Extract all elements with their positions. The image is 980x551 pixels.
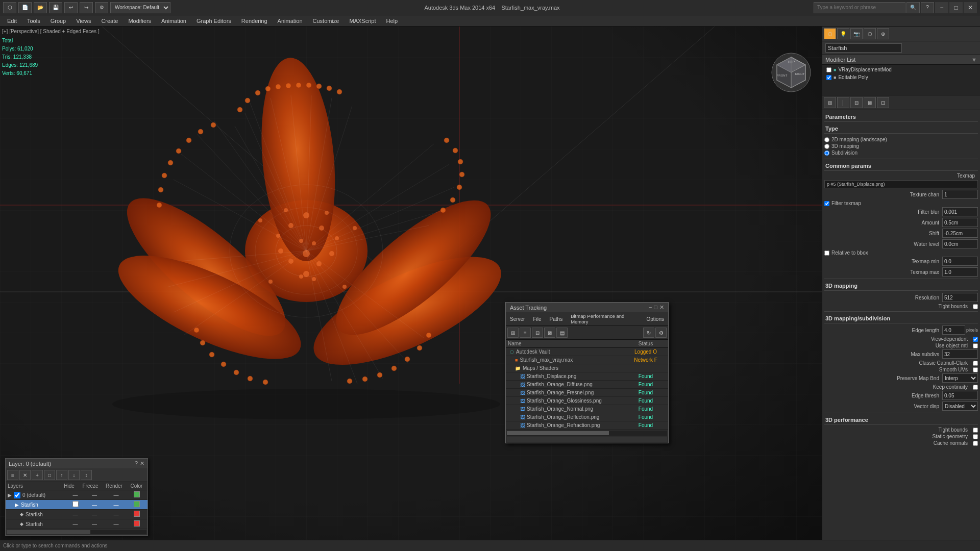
max-subdivs-input[interactable]: [942, 349, 978, 359]
list-item[interactable]: 🖼 Starfish_Orange_Refraction.png Found: [506, 421, 668, 430]
list-item[interactable]: 🖼 Starfish_Orange_Fresnel.png Found: [506, 389, 668, 397]
list-item[interactable]: 🖼 Starfish_Orange_Normal.png Found: [506, 405, 668, 413]
menu-create[interactable]: Create: [96, 17, 123, 25]
rp-icon-1[interactable]: 💡: [837, 28, 849, 39]
list-item[interactable]: 🖼 Starfish_Displace.png Found: [506, 372, 668, 381]
search-input[interactable]: [814, 2, 905, 13]
rp-tool-0[interactable]: ⊞: [824, 97, 836, 108]
menu-group[interactable]: Group: [45, 17, 71, 25]
mod-check[interactable]: [826, 67, 831, 72]
at-tool-4[interactable]: ▤: [556, 328, 568, 338]
lm-scrollbar[interactable]: [7, 530, 146, 534]
tight-bounds-check[interactable]: [973, 304, 978, 309]
filter-blur-input[interactable]: [942, 207, 978, 216]
filter-texmap-check[interactable]: [824, 201, 829, 206]
preserve-map-bnd-select[interactable]: Interp None: [942, 373, 978, 383]
list-item[interactable]: ■ Starfish_max_vray.max Network F: [506, 356, 668, 364]
list-item[interactable]: 📁 Maps / Shaders: [506, 364, 668, 372]
lm-hide-check[interactable]: [72, 501, 79, 507]
vector-disp-select[interactable]: Disabled Object space Tangent space: [942, 402, 978, 411]
edge-thresh-input[interactable]: [942, 391, 978, 400]
lm-close-icon[interactable]: ✕: [140, 460, 144, 467]
minimize-button[interactable]: −: [935, 2, 948, 13]
texmap-min-input[interactable]: [942, 257, 978, 266]
at-menu-server[interactable]: Server: [506, 315, 529, 323]
keep-continuity-check[interactable]: [973, 385, 978, 390]
texmap-max-input[interactable]: [942, 267, 978, 277]
close-button[interactable]: ✕: [964, 2, 977, 13]
at-scrollbar-horizontal[interactable]: [507, 431, 667, 436]
help-button[interactable]: ?: [921, 2, 934, 13]
at-menu-options[interactable]: Options: [643, 315, 668, 323]
rp-tool-2[interactable]: ⊟: [850, 97, 863, 108]
menu-customize[interactable]: Customize: [308, 17, 345, 25]
cache-normals-check[interactable]: [973, 441, 978, 446]
at-close-btn[interactable]: ✕: [659, 304, 664, 311]
menu-rendering[interactable]: Rendering: [236, 17, 273, 25]
new-button[interactable]: 📄: [18, 2, 32, 13]
list-item[interactable]: 🖼 Starfish_Orange_Diffuse.png Found: [506, 381, 668, 389]
list-item[interactable]: 🖼 Starfish_Orange_Glossiness.png Found: [506, 397, 668, 405]
menu-edit[interactable]: Edit: [2, 17, 22, 25]
at-menu-paths[interactable]: Paths: [546, 315, 567, 323]
relative-bbox-check[interactable]: [824, 251, 829, 256]
at-restore-btn[interactable]: □: [654, 304, 657, 311]
redo-button[interactable]: ↪: [80, 2, 93, 13]
shift-input[interactable]: [942, 229, 978, 238]
type-subdiv-radio[interactable]: [824, 151, 829, 156]
menu-tools[interactable]: Tools: [22, 17, 45, 25]
lm-tool-6[interactable]: ↕: [81, 470, 92, 480]
rp-icon-3[interactable]: ⬡: [864, 28, 876, 39]
classic-catmull-check[interactable]: [973, 361, 978, 366]
menu-views[interactable]: Views: [71, 17, 96, 25]
edge-length-input[interactable]: [942, 325, 965, 335]
modifier-item[interactable]: ■ Editable Poly: [823, 73, 979, 81]
at-scrollbar-thumb[interactable]: [507, 431, 609, 435]
menu-maxscript[interactable]: MAXScript: [345, 17, 381, 25]
water-level-input[interactable]: [942, 239, 978, 248]
object-name-input[interactable]: [825, 43, 902, 53]
workspace-dropdown[interactable]: Workspace: DefaultWorkspace: Default: [110, 2, 170, 13]
viewport[interactable]: [+] [Perspective] [ Shaded + Edged Faces…: [0, 27, 822, 551]
at-menu-bitmap[interactable]: Bitmap Performance and Memory: [567, 312, 642, 325]
navigation-cube[interactable]: TOP RIGHT FRONT: [771, 52, 812, 93]
open-button[interactable]: 📂: [34, 2, 47, 13]
at-tool-3[interactable]: ⊠: [544, 328, 555, 338]
static-geometry-check[interactable]: [973, 434, 978, 439]
rp-icon-4[interactable]: ⊕: [877, 28, 889, 39]
at-tool-settings[interactable]: ⚙: [655, 328, 667, 338]
table-row[interactable]: ▶ 0 (default) — — —: [6, 490, 148, 500]
view-dependent-check[interactable]: [973, 337, 978, 342]
lm-row-check[interactable]: [14, 492, 20, 498]
mod-check[interactable]: [826, 75, 831, 80]
rp-tool-4[interactable]: ⊡: [877, 97, 889, 108]
save-button[interactable]: 💾: [49, 2, 62, 13]
smooth-uvs-check[interactable]: [973, 367, 978, 372]
resolution-input[interactable]: [942, 293, 978, 302]
menu-graph-editors[interactable]: Graph Editors: [191, 17, 236, 25]
at-tool-0[interactable]: ⊞: [507, 328, 519, 338]
lm-tool-2[interactable]: +: [32, 470, 43, 480]
at-tool-refresh[interactable]: ↻: [643, 328, 654, 338]
amount-input[interactable]: [942, 218, 978, 227]
at-tool-2[interactable]: ⊟: [532, 328, 543, 338]
table-row[interactable]: ◆ Starfish — — —: [6, 519, 148, 529]
tight-bounds2-check[interactable]: [973, 428, 978, 433]
lm-tool-0[interactable]: ≡: [7, 470, 18, 480]
undo-button[interactable]: ↩: [64, 2, 78, 13]
texture-chan-input[interactable]: [942, 190, 978, 199]
lm-question[interactable]: ?: [135, 460, 138, 467]
options-button[interactable]: ⚙: [95, 2, 108, 13]
type-3d-radio[interactable]: [824, 144, 829, 149]
at-minimize-btn[interactable]: −: [649, 304, 652, 311]
table-row[interactable]: ▶ Starfish — —: [6, 500, 148, 510]
menu-animation[interactable]: Animation: [156, 17, 191, 25]
list-item[interactable]: 🖼 Starfish_Orange_Reflection.png Found: [506, 413, 668, 421]
rp-tool-3[interactable]: ⊠: [864, 97, 876, 108]
at-tool-1[interactable]: ≡: [520, 328, 531, 338]
maximize-button[interactable]: □: [949, 2, 963, 13]
app-icon[interactable]: ⬡: [3, 2, 16, 13]
at-menu-file[interactable]: File: [529, 315, 545, 323]
lm-tool-4[interactable]: ↑: [56, 470, 67, 480]
rp-icon-0[interactable]: ⬡: [824, 28, 836, 39]
